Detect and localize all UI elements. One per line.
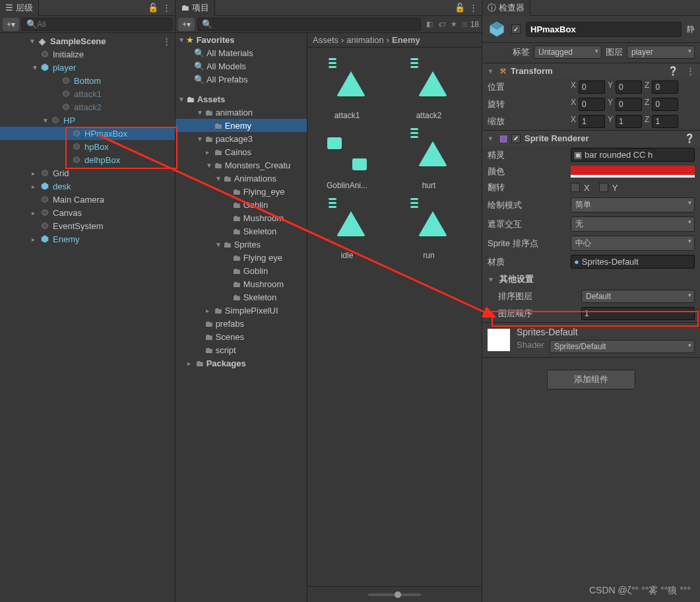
help-icon[interactable]: ❔: [684, 133, 695, 143]
hierarchy-item[interactable]: EventSystem: [0, 219, 175, 232]
flip-y-checkbox[interactable]: [599, 183, 608, 192]
star-icon[interactable]: ★: [451, 20, 457, 28]
rot-y[interactable]: [616, 98, 642, 111]
hierarchy-item[interactable]: attack2: [0, 100, 175, 114]
project-tree-item[interactable]: 🖿 Skeleton: [175, 224, 307, 238]
sorting-layer-dropdown[interactable]: Default: [581, 290, 695, 303]
project-tree-item[interactable]: 🖿 Goblin: [175, 264, 307, 277]
asset-item[interactable]: attack2: [396, 61, 462, 120]
create-button[interactable]: +▾: [178, 18, 195, 31]
project-tab[interactable]: 🖿 项目: [175, 0, 215, 16]
transform-header[interactable]: ▼ ⤧ Transform ❔ ⋮: [482, 63, 700, 79]
drawmode-dropdown[interactable]: 简单: [571, 197, 695, 213]
hierarchy-item[interactable]: ▸Enemy: [0, 232, 175, 246]
object-name-input[interactable]: [526, 22, 682, 37]
project-tree-item[interactable]: 🖿 Mushroom: [175, 277, 307, 290]
favorite-item[interactable]: 🔍 All Models: [175, 59, 307, 73]
project-tree-item[interactable]: 🖿 Flying eye: [175, 251, 307, 264]
pos-x[interactable]: [579, 81, 605, 94]
project-tree-item[interactable]: ▼🖿 Animations: [175, 172, 307, 185]
project-tree-item[interactable]: 🖿 Skeleton: [175, 290, 307, 304]
project-tree-item[interactable]: ▼🖿 animation: [175, 106, 307, 119]
sprite-field[interactable]: ▣bar rounded CC h: [571, 148, 695, 162]
asset-item[interactable]: idle: [314, 201, 380, 260]
flip-x-checkbox[interactable]: [571, 183, 580, 192]
shader-dropdown[interactable]: Sprites/Default: [550, 340, 695, 353]
favorites-header[interactable]: ▼★ Favorites: [175, 33, 307, 46]
hierarchy-item[interactable]: ▼player: [0, 61, 175, 74]
lock-icon[interactable]: 🔓: [148, 3, 158, 13]
collapse-icon[interactable]: ▼: [488, 135, 495, 142]
scene-row[interactable]: ▼◈SampleScene⋮: [0, 34, 175, 48]
search-input[interactable]: [37, 20, 168, 29]
static-label[interactable]: 静: [687, 24, 695, 35]
favorite-item[interactable]: 🔍 All Materials: [175, 46, 307, 59]
hierarchy-item[interactable]: hpBox: [0, 140, 175, 153]
project-tree-item[interactable]: ▸🖿 Cainos: [175, 145, 307, 158]
rot-z[interactable]: [652, 98, 678, 111]
sortpoint-dropdown[interactable]: 中心: [571, 236, 695, 251]
project-tree-item[interactable]: ▼🖿 Monsters_Creatu: [175, 158, 307, 172]
breadcrumb-item[interactable]: animation: [346, 35, 383, 45]
breadcrumb-item[interactable]: Enemy: [392, 35, 420, 45]
pos-y[interactable]: [616, 81, 642, 94]
hierarchy-item[interactable]: ▸desk: [0, 180, 175, 193]
collapse-icon[interactable]: ▼: [488, 68, 495, 75]
thumbnail-size-slider[interactable]: [368, 593, 421, 596]
favorite-item[interactable]: 🔍 All Prefabs: [175, 73, 307, 86]
asset-item[interactable]: run: [396, 201, 462, 260]
breadcrumb-item[interactable]: Assets: [313, 35, 338, 45]
scl-z[interactable]: [652, 115, 678, 128]
project-search[interactable]: 🔍: [197, 18, 421, 31]
component-enabled-checkbox[interactable]: [511, 134, 521, 143]
hierarchy-item[interactable]: HPmaxBox: [0, 127, 175, 140]
order-input[interactable]: [581, 307, 695, 320]
hierarchy-item[interactable]: Main Camera: [0, 193, 175, 206]
project-tree-item[interactable]: 🖿 script: [175, 343, 307, 356]
project-search-input[interactable]: [212, 20, 416, 29]
mask-dropdown[interactable]: 无: [571, 217, 695, 232]
project-tree-item[interactable]: 🖿 Enemy: [175, 119, 307, 132]
asset-item[interactable]: hurt: [396, 131, 462, 190]
scl-x[interactable]: [579, 115, 605, 128]
material-preview-row[interactable]: Sprites-Default ShaderSprites/Default: [482, 323, 700, 357]
project-tree-item[interactable]: 🖿 Flying_eye: [175, 185, 307, 198]
project-tree-item[interactable]: ▼🖿 Sprites: [175, 238, 307, 251]
hidden-icon[interactable]: 👁̸: [462, 20, 468, 28]
assets-header[interactable]: ▼🖿 Assets: [175, 92, 307, 106]
hierarchy-item[interactable]: ▸Canvas: [0, 206, 175, 219]
material-field[interactable]: ●Sprites-Default: [571, 255, 695, 269]
menu-icon[interactable]: ⋮: [469, 3, 478, 13]
filter-icon[interactable]: ◧: [426, 20, 433, 28]
sprite-renderer-header[interactable]: ▼ ▨ Sprite Renderer ❔: [482, 131, 700, 146]
color-picker[interactable]: [571, 166, 695, 178]
hierarchy-item[interactable]: Bottom: [0, 74, 175, 87]
layer-dropdown[interactable]: player: [627, 46, 695, 59]
hierarchy-item[interactable]: attack1: [0, 87, 175, 100]
menu-icon[interactable]: ⋮: [686, 66, 695, 76]
add-component-button[interactable]: 添加组件: [547, 370, 635, 389]
project-tree-item[interactable]: 🖿 Mushroom: [175, 211, 307, 224]
lock-icon[interactable]: 🔓: [455, 3, 465, 13]
help-icon[interactable]: ❔: [668, 66, 678, 76]
hierarchy-item[interactable]: ▼HP: [0, 114, 175, 127]
project-tree-item[interactable]: 🖿 Goblin: [175, 198, 307, 211]
project-tree-item[interactable]: 🖿 prefabs: [175, 317, 307, 330]
pos-z[interactable]: [652, 81, 678, 94]
hierarchy-item[interactable]: delhpBox: [0, 153, 175, 166]
breadcrumb[interactable]: Assets › animation › Enemy: [307, 33, 482, 48]
menu-icon[interactable]: ⋮: [162, 3, 171, 13]
rot-x[interactable]: [579, 98, 605, 111]
tag-dropdown[interactable]: Untagged: [534, 46, 602, 59]
enabled-checkbox[interactable]: [511, 24, 521, 34]
hierarchy-search[interactable]: 🔍: [22, 18, 172, 31]
hierarchy-item[interactable]: Initialize: [0, 48, 175, 61]
project-tree-item[interactable]: ▸🖿 Packages: [175, 356, 307, 370]
inspector-tab[interactable]: ⓘ 检查器: [482, 0, 530, 16]
hierarchy-tab[interactable]: ☰ 层级: [0, 0, 39, 16]
gameobject-icon[interactable]: [488, 20, 506, 38]
label-icon[interactable]: 🏷: [438, 20, 445, 28]
asset-item[interactable]: attack1: [314, 61, 380, 120]
asset-item[interactable]: GoblinAni...: [314, 131, 380, 190]
project-tree-item[interactable]: 🖿 Scenes: [175, 330, 307, 343]
